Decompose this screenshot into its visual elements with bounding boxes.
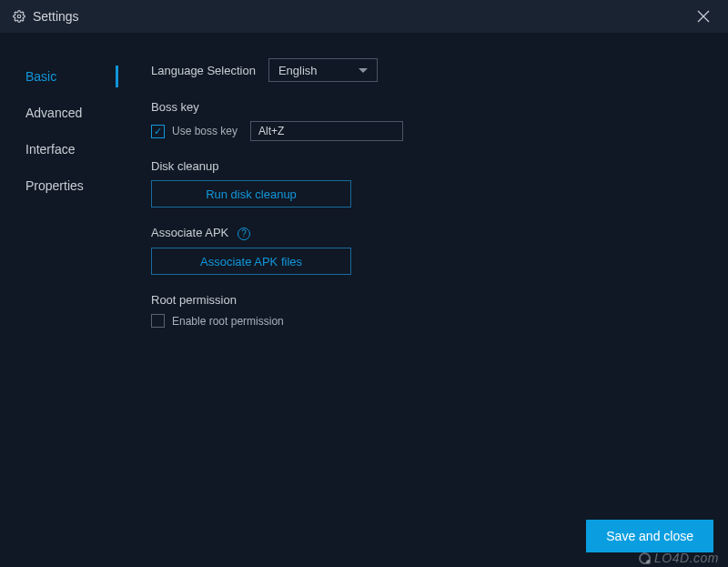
sidebar: Basic Advanced Interface Properties [0,58,118,567]
svg-point-0 [17,15,21,18]
chevron-down-icon [359,68,368,73]
sidebar-item-label: Advanced [25,106,82,120]
help-icon[interactable]: ? [238,228,250,240]
root-checkbox[interactable]: ✓ [151,314,165,328]
bosskey-label: Boss key [151,100,701,114]
gear-icon [13,10,25,23]
save-and-close-button[interactable]: Save and close [586,520,713,552]
window-title: Settings [33,9,79,24]
sidebar-item-advanced[interactable]: Advanced [25,95,118,131]
main-panel: Language Selection English Boss key ✓ Us… [118,58,728,567]
language-label: Language Selection [151,64,256,77]
close-button[interactable] [692,5,715,28]
apk-label: Associate APK ? [151,226,701,240]
apk-label-text: Associate APK [151,226,228,239]
sidebar-item-label: Interface [25,142,75,157]
disk-label: Disk cleanup [151,159,701,173]
language-value: English [278,64,318,77]
sidebar-item-label: Properties [25,178,84,193]
sidebar-item-label: Basic [25,69,56,84]
sidebar-item-basic[interactable]: Basic [25,58,118,95]
close-icon [697,10,710,23]
root-checkbox-label: Enable root permission [172,315,284,328]
titlebar: Settings [0,0,728,33]
bosskey-checkbox-label: Use boss key [172,125,238,137]
footer: Save and close [586,520,713,552]
sidebar-item-properties[interactable]: Properties [25,167,118,204]
bosskey-input[interactable] [250,121,403,141]
associate-apk-button[interactable]: Associate APK files [151,248,351,275]
run-disk-cleanup-button[interactable]: Run disk cleanup [151,180,351,208]
language-dropdown[interactable]: English [268,58,378,82]
sidebar-item-interface[interactable]: Interface [25,131,118,167]
root-label: Root permission [151,293,701,307]
bosskey-checkbox[interactable]: ✓ [151,125,165,138]
